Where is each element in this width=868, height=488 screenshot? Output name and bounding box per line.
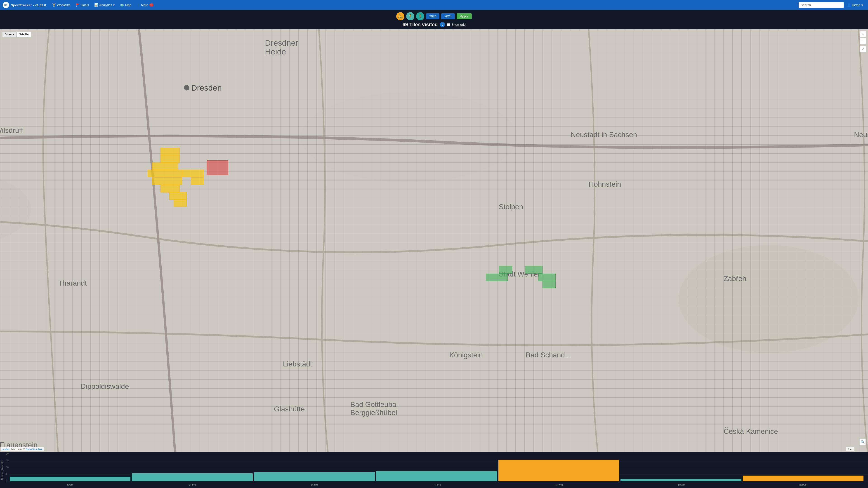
fullscreen-button[interactable]: ⤢	[860, 46, 866, 53]
map-wrapper: Dresden Nassen Wilsdruff Tharandt Tharan…	[0, 29, 868, 452]
search-input[interactable]	[799, 2, 844, 8]
show-grid-toggle[interactable]: Show grid	[447, 23, 465, 26]
hiking-button[interactable]: 🚶	[416, 12, 424, 20]
nav-goals[interactable]: 🚩 Goals	[73, 2, 91, 8]
cycling-button[interactable]: 🚴	[396, 12, 404, 20]
dumbbell-icon: 🏋️	[52, 3, 56, 7]
main-content: 🚴 🏃 🚶 2024 2025 Apply 69 Tiles visited ?…	[0, 10, 868, 488]
map-icon: 🗺️	[120, 3, 124, 7]
chart-bar-group	[132, 473, 252, 481]
map-scale: 3 km	[846, 447, 855, 451]
chart-bar-6	[743, 476, 864, 481]
red-tile-1	[207, 160, 228, 175]
yellow-tile-10	[191, 177, 204, 185]
toolbar-controls: 🚴 🏃 🚶 2024 2025 Apply	[396, 12, 471, 20]
apply-button[interactable]: Apply	[457, 13, 472, 19]
chart-bar-group	[10, 477, 130, 481]
green-tile-3	[525, 266, 542, 273]
map-attribution: Leaflet | Map data: © OpenStreetMap	[1, 447, 44, 451]
map-area[interactable]: Dresden Nassen Wilsdruff Tharandt Tharan…	[0, 29, 868, 452]
help-button[interactable]: ?	[440, 22, 445, 27]
nav-more[interactable]: ⋮ More 2	[134, 2, 156, 8]
satellite-button[interactable]: Satellite	[17, 32, 31, 37]
zoom-out-button[interactable]: −	[860, 38, 866, 44]
navbar: ST SportTracker - v1.32.0 🏋️ Workouts 🚩 …	[0, 0, 868, 10]
chart-bar-group	[254, 472, 375, 481]
chart-x-label-6: 12/15/21	[743, 484, 864, 487]
chart-bar-1	[132, 473, 252, 481]
chart-bar-group	[376, 471, 497, 481]
yellow-tile-5	[152, 177, 182, 185]
show-grid-checkbox[interactable]	[447, 23, 450, 26]
analytics-dropdown-icon: ▾	[113, 3, 115, 7]
yellow-tile-8	[174, 199, 187, 207]
nav-map[interactable]: 🗺️ Map	[118, 2, 133, 8]
map-zoom-controls: + −	[860, 31, 866, 44]
streets-button[interactable]: Streets	[2, 32, 17, 37]
nav-analytics[interactable]: 📊 Analytics ▾	[92, 2, 117, 8]
leaflet-link[interactable]: Leaflet	[2, 448, 9, 451]
brand-logo: ST	[3, 2, 9, 8]
yellow-tile-3	[152, 162, 178, 170]
grid-icon: ⋮	[137, 3, 140, 7]
chart-bar-2	[254, 472, 375, 481]
chart-bar-group	[743, 476, 864, 481]
more-badge: 2	[149, 3, 153, 6]
green-tile-1	[499, 266, 512, 273]
brand-title: SportTracker - v1.32.0	[11, 3, 46, 7]
toolbar-info: 69 Tiles visited ? Show grid	[402, 22, 465, 28]
year-2025-button[interactable]: 2025	[441, 13, 455, 19]
map-and-chart: Dresden Nassen Wilsdruff Tharandt Tharan…	[0, 29, 868, 488]
chart-x-label-3: 11/15/21	[376, 484, 497, 487]
chart-bar-5	[620, 479, 741, 481]
green-tile-4	[538, 273, 556, 281]
tiles-count: 69 Tiles visited	[402, 22, 438, 28]
show-grid-label-text: Show grid	[452, 23, 465, 26]
yellow-tile-2	[160, 155, 180, 163]
yellow-tile-6	[160, 185, 180, 193]
chart-area: Number of new tiles 20 15 10	[0, 452, 868, 488]
chart-x-label-1: 9/14/21	[132, 484, 252, 487]
chart-x-label-0: 9/5/21	[10, 484, 130, 487]
nav-workouts[interactable]: 🏋️ Workouts	[50, 2, 72, 8]
chart-x-label-4: 11/20/21	[498, 484, 619, 487]
green-tile-5	[542, 281, 556, 289]
running-button[interactable]: 🏃	[406, 12, 414, 20]
chart-inner: 20 15 10 5 0	[5, 452, 868, 488]
chart-bar-group	[498, 460, 619, 481]
chart-bar-3	[376, 471, 497, 481]
chart-bar-group	[620, 479, 741, 481]
flag-icon: 🚩	[76, 3, 80, 7]
chart-bars	[5, 454, 868, 481]
brand: ST SportTracker - v1.32.0	[3, 2, 46, 8]
yellow-tile-1	[160, 148, 180, 156]
yellow-tile-7	[169, 192, 187, 200]
chart-x-labels: 9/5/219/14/219/17/2111/15/2111/20/2111/2…	[5, 484, 868, 487]
map-grid-overlay	[0, 29, 868, 452]
user-menu[interactable]: 👤 Demo ▾	[845, 2, 865, 8]
yellow-tile-9	[182, 170, 204, 177]
chart-bar-0	[10, 477, 130, 481]
chart-x-label-5: 11/24/21	[620, 484, 741, 487]
map-type-buttons: Streets Satellite	[2, 32, 31, 37]
chart-icon: 📊	[94, 3, 98, 7]
chart-x-label-2: 9/17/21	[254, 484, 375, 487]
yellow-tile-4	[148, 170, 182, 177]
user-dropdown-icon: ▾	[862, 3, 863, 7]
app: ST SportTracker - v1.32.0 🏋️ Workouts 🚩 …	[0, 0, 868, 488]
green-tile-2	[486, 273, 508, 281]
chart-bar-4	[498, 460, 619, 481]
chart-y-label: Number of new tiles	[0, 452, 5, 488]
user-icon: 👤	[847, 3, 851, 7]
map-search-button[interactable]: 🔍	[860, 439, 866, 445]
zoom-in-button[interactable]: +	[860, 31, 866, 37]
osm-link[interactable]: OpenStreetMap	[26, 448, 43, 451]
toolbar: 🚴 🏃 🚶 2024 2025 Apply 69 Tiles visited ?…	[0, 10, 868, 29]
year-2024-button[interactable]: 2024	[426, 13, 439, 19]
